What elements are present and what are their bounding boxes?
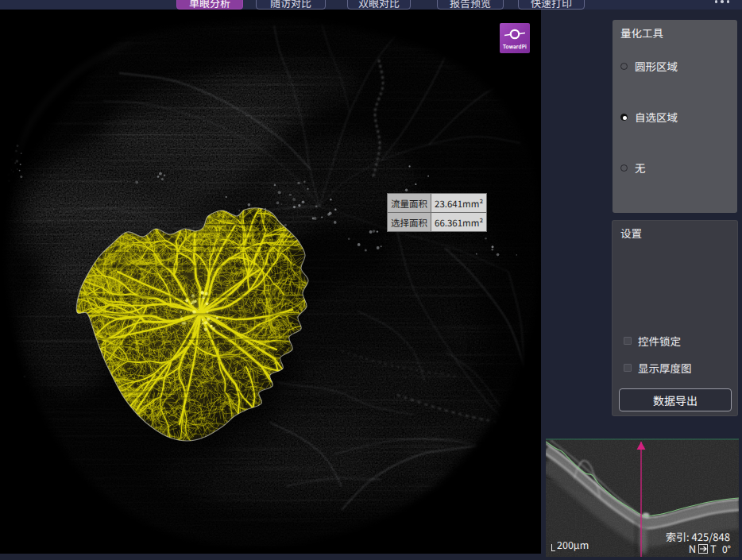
radio-custom-region-label: 自选区域 bbox=[635, 109, 678, 125]
selection-area-row: 选择面积 66.361mm² bbox=[388, 213, 487, 232]
oct-bscan-image[interactable] bbox=[546, 438, 739, 557]
octa-enface-image[interactable]: TowardPi 流量面积 23.641mm² 选择面积 66.361mm² bbox=[0, 10, 541, 554]
radio-none-label: 无 bbox=[635, 160, 646, 176]
radio-circular-region-control[interactable] bbox=[620, 63, 628, 70]
settings-panel: 设置 控件锁定 显示厚度图 数据导出 bbox=[612, 220, 738, 416]
radio-none-control[interactable] bbox=[620, 164, 628, 172]
selection-area-label: 选择面积 bbox=[388, 213, 431, 232]
tab-both-eye-compare[interactable]: 双眼对比 bbox=[347, 0, 411, 10]
towardpi-logo-icon bbox=[504, 27, 525, 41]
area-measurement-overlay: 流量面积 23.641mm² 选择面积 66.361mm² bbox=[387, 193, 487, 232]
tab-single-eye-analysis[interactable]: 单眼分析 bbox=[176, 0, 243, 10]
settings-panel-title: 设置 bbox=[613, 221, 737, 241]
tab-report-preview[interactable]: 报告预览 bbox=[437, 0, 504, 10]
radio-none[interactable]: 无 bbox=[620, 160, 646, 176]
tab-quick-print[interactable]: 快速打印 bbox=[518, 0, 585, 10]
towardpi-logo: TowardPi bbox=[500, 23, 530, 53]
radio-custom-region-control[interactable] bbox=[620, 114, 628, 121]
radio-custom-region[interactable]: 自选区域 bbox=[620, 109, 678, 125]
flow-area-row: 流量面积 23.641mm² bbox=[388, 194, 487, 213]
towardpi-logo-text: TowardPi bbox=[503, 42, 527, 50]
tab-followup-compare[interactable]: 随访对比 bbox=[256, 0, 326, 10]
fundus-angiography-canvas bbox=[0, 10, 541, 554]
checkbox-control-lock-box[interactable] bbox=[624, 337, 632, 345]
checkbox-control-lock[interactable]: 控件锁定 bbox=[624, 333, 681, 349]
application-window: 单眼分析 随访对比 双眼对比 报告预览 快速打印 TowardPi 流量面积 2… bbox=[0, 0, 742, 560]
checkbox-control-lock-label: 控件锁定 bbox=[638, 333, 681, 349]
radio-circular-region-label: 圆形区域 bbox=[635, 58, 678, 74]
flow-area-value: 23.641mm² bbox=[431, 194, 487, 213]
checkbox-show-thickness-box[interactable] bbox=[624, 364, 632, 372]
tools-panel-title: 量化工具 bbox=[613, 20, 737, 41]
checkbox-show-thickness[interactable]: 显示厚度图 bbox=[624, 360, 692, 376]
more-menu-icon[interactable] bbox=[715, 0, 730, 4]
quantification-tools-panel: 量化工具 圆形区域 自选区域 无 bbox=[613, 20, 737, 213]
data-export-button[interactable]: 数据导出 bbox=[619, 388, 732, 411]
flow-area-label: 流量面积 bbox=[388, 194, 431, 213]
bscan-canvas bbox=[546, 438, 739, 557]
checkbox-show-thickness-label: 显示厚度图 bbox=[638, 360, 692, 376]
top-toolbar: 单眼分析 随访对比 双眼对比 报告预览 快速打印 bbox=[0, 0, 742, 10]
radio-circular-region[interactable]: 圆形区域 bbox=[620, 58, 678, 74]
selection-area-value: 66.361mm² bbox=[431, 213, 487, 232]
